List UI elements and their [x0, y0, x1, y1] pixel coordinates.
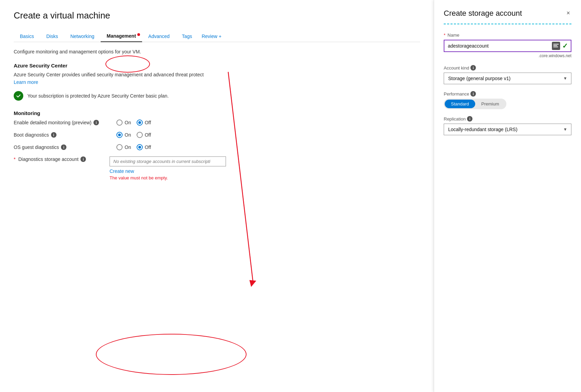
right-panel: Create storage account × * Name ✓ .cor	[434, 0, 581, 392]
tab-disks[interactable]: Disks	[40, 31, 64, 42]
replication-select-wrapper: Locally-redundant storage (LRS) ▼	[444, 124, 571, 135]
os-guest-diagnostics-label: OS guest diagnostics i	[14, 144, 110, 150]
detailed-monitoring-radio-group: On Off	[116, 119, 151, 126]
page-title: Create a virtual machine	[14, 10, 420, 21]
name-valid-check-icon: ✓	[562, 42, 568, 50]
tab-management[interactable]: Management	[101, 30, 142, 42]
diagnostics-storage-input-area: Create new The value must not be empty.	[110, 156, 226, 180]
os-guest-diagnostics-row: OS guest diagnostics i On Off	[14, 144, 420, 150]
panel-divider	[444, 24, 571, 24]
azure-security-description: Azure Security Center provides unified s…	[14, 72, 420, 77]
replication-info-icon[interactable]: i	[467, 116, 472, 122]
detailed-monitoring-on-option[interactable]: On	[116, 119, 131, 126]
name-field: * Name ✓ .core.windows.net	[444, 33, 571, 58]
boot-diagnostics-off-option[interactable]: Off	[137, 132, 151, 138]
tab-networking[interactable]: Networking	[64, 31, 100, 42]
diagnostics-annotation-circle	[96, 334, 247, 375]
boot-diagnostics-label: Boot diagnostics i	[14, 132, 110, 138]
account-kind-select-wrapper: Storage (general purpose v1) ▼	[444, 73, 571, 84]
learn-more-link[interactable]: Learn more	[14, 79, 38, 85]
annotation-arrow	[0, 0, 434, 392]
svg-marker-1	[250, 280, 256, 287]
boot-diagnostics-info-icon[interactable]: i	[51, 132, 56, 138]
detailed-monitoring-on-radio[interactable]	[116, 119, 123, 126]
name-field-label: * Name	[444, 33, 571, 38]
tab-basics[interactable]: Basics	[14, 31, 40, 42]
boot-diagnostics-on-radio[interactable]	[116, 132, 123, 138]
diagnostics-storage-label: * Diagnostics storage account i	[14, 156, 110, 162]
performance-toggle: Standard Premium	[444, 99, 506, 109]
left-panel: Create a virtual machine Basics Disks Ne…	[0, 0, 434, 392]
performance-field: Performance i Standard Premium	[444, 91, 571, 109]
diagnostics-storage-info-icon[interactable]: i	[80, 156, 86, 162]
diagnostics-storage-error: The value must not be empty.	[110, 175, 226, 180]
tab-description: Configure monitoring and management opti…	[14, 49, 420, 54]
diagnostics-storage-row: * Diagnostics storage account i Create n…	[14, 156, 420, 180]
monitoring-heading: Monitoring	[14, 110, 420, 116]
account-kind-label: Account kind i	[444, 65, 571, 71]
performance-standard-option[interactable]: Standard	[445, 100, 475, 108]
account-kind-info-icon[interactable]: i	[470, 65, 476, 71]
name-input-icons: ✓	[549, 42, 571, 50]
char-count-icon	[552, 42, 560, 50]
boot-diagnostics-off-radio[interactable]	[137, 132, 143, 138]
os-guest-diagnostics-on-option[interactable]: On	[116, 144, 131, 150]
replication-select[interactable]: Locally-redundant storage (LRS)	[444, 124, 571, 135]
create-new-storage-link[interactable]: Create new	[110, 168, 226, 174]
performance-label: Performance i	[444, 91, 571, 97]
domain-hint: .core.windows.net	[444, 53, 571, 58]
os-guest-diagnostics-radio-group: On Off	[116, 144, 151, 150]
os-guest-diagnostics-info-icon[interactable]: i	[61, 144, 66, 150]
detailed-monitoring-off-option[interactable]: Off	[137, 119, 151, 126]
os-guest-diagnostics-on-radio[interactable]	[116, 144, 123, 150]
account-kind-select[interactable]: Storage (general purpose v1)	[444, 73, 571, 84]
svg-rect-2	[553, 44, 559, 45]
performance-premium-option[interactable]: Premium	[475, 100, 505, 108]
detailed-monitoring-label: Enable detailed monitoring (preview) i	[14, 120, 110, 125]
boot-diagnostics-row: Boot diagnostics i On Off	[14, 132, 420, 138]
boot-diagnostics-on-option[interactable]: On	[116, 132, 131, 138]
name-input-row: ✓	[444, 40, 571, 52]
tab-tags[interactable]: Tags	[176, 31, 198, 42]
svg-rect-4	[553, 47, 558, 47]
detailed-monitoring-row: Enable detailed monitoring (preview) i O…	[14, 119, 420, 126]
replication-label: Replication i	[444, 116, 571, 122]
tab-advanced[interactable]: Advanced	[142, 31, 176, 42]
detailed-monitoring-info-icon[interactable]: i	[93, 120, 99, 125]
monitoring-section: Monitoring Enable detailed monitoring (p…	[14, 110, 420, 180]
svg-rect-3	[553, 45, 557, 46]
subscription-text: Your subscription is protected by Azure …	[27, 93, 169, 99]
os-guest-diagnostics-off-option[interactable]: Off	[137, 144, 151, 150]
panel-title: Create storage account	[444, 9, 522, 18]
account-kind-field: Account kind i Storage (general purpose …	[444, 65, 571, 84]
panel-header: Create storage account ×	[444, 8, 571, 18]
diagnostics-storage-input[interactable]	[110, 156, 226, 166]
tab-review[interactable]: Review +	[198, 31, 225, 42]
check-circle-icon	[14, 91, 23, 101]
storage-name-input[interactable]	[444, 40, 549, 51]
os-guest-diagnostics-off-radio[interactable]	[137, 144, 143, 150]
boot-diagnostics-radio-group: On Off	[116, 132, 151, 138]
performance-info-icon[interactable]: i	[470, 91, 476, 97]
subscription-status-row: Your subscription is protected by Azure …	[14, 91, 420, 101]
tab-bar: Basics Disks Networking Management Advan…	[14, 30, 420, 42]
close-panel-button[interactable]: ×	[565, 8, 571, 18]
replication-field: Replication i Locally-redundant storage …	[444, 116, 571, 135]
azure-security-heading: Azure Security Center	[14, 63, 420, 68]
detailed-monitoring-off-radio[interactable]	[137, 119, 143, 126]
